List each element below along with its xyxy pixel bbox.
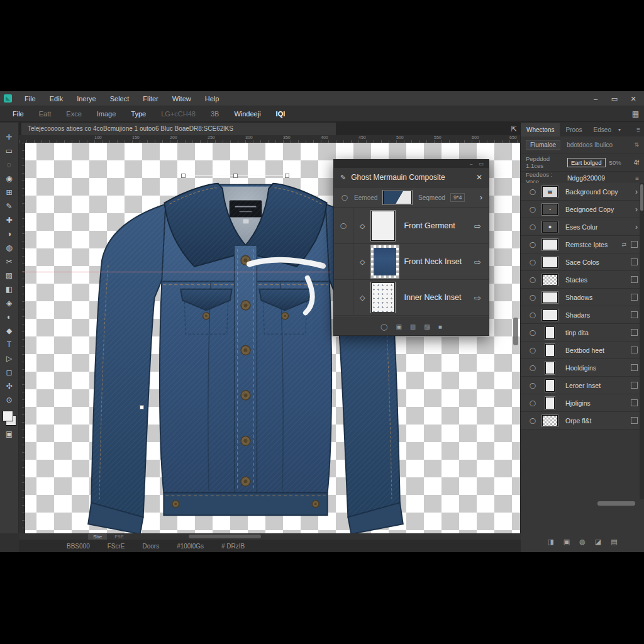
path-select-tool-icon[interactable]: ▷ [2, 352, 17, 365]
marquee-tool-icon[interactable]: ▭ [2, 144, 17, 158]
layer-checkbox[interactable] [631, 294, 638, 301]
close-button[interactable]: ✕ [624, 92, 643, 106]
layers-footer-icon-3[interactable]: ◪ [595, 538, 601, 546]
document-tab[interactable]: Telejecoooos atioes co 4coBcmujione 1 ou… [21, 123, 336, 135]
layer-thumbnail[interactable]: ✱ [542, 221, 558, 233]
layer-thumbnail[interactable] [545, 362, 555, 374]
panel-footer-icon-1[interactable]: ▣ [396, 323, 401, 330]
tab-edseo[interactable]: Edseo [588, 123, 617, 136]
layer-thumbnail[interactable] [545, 397, 555, 409]
workspace-switcher-icon[interactable]: ▦ [632, 107, 639, 121]
eye-icon[interactable]: ◯ [530, 312, 536, 318]
menu-help[interactable]: Help [198, 92, 226, 106]
panel-footer-icon-2[interactable]: ▥ [410, 323, 416, 330]
panel-close-icon[interactable]: ✕ [476, 173, 482, 182]
chevron-right-icon[interactable]: › [635, 205, 638, 214]
menu-icon[interactable]: ≡ [635, 175, 639, 182]
crop-tool-icon[interactable]: ⊞ [2, 186, 17, 199]
scrollbar-thumb[interactable] [189, 535, 261, 538]
panel-horizontal-scrollbar[interactable] [597, 501, 635, 506]
layer-row-bextbod-heet[interactable]: ◯Bextbod heet [521, 341, 644, 359]
options-item-eatt[interactable]: Eatt [31, 107, 59, 121]
selection-handle[interactable] [140, 405, 144, 409]
color-swatch[interactable] [3, 411, 16, 426]
layer-checkbox[interactable] [631, 258, 638, 265]
layer-row-eses-colur[interactable]: ◯✱Eses Colur› [521, 218, 644, 236]
layer-arrow-icon[interactable]: ⇨ [474, 221, 481, 231]
gradient-tool-icon[interactable]: ◧ [2, 282, 17, 296]
layer-thumbnail[interactable] [371, 211, 395, 241]
sort-icon[interactable]: ⇅ [634, 142, 639, 148]
options-item-windeeji[interactable]: Windeeji [226, 107, 268, 121]
panel-minimize-icon[interactable]: – [470, 160, 472, 168]
chevron-right-icon[interactable]: › [480, 193, 482, 202]
chevron-down-icon[interactable]: ▾ [618, 127, 621, 133]
options-item-iql[interactable]: IQl [269, 107, 293, 121]
layer-checkbox[interactable] [631, 241, 638, 248]
link-icon[interactable]: ⇄ [621, 242, 626, 248]
options-item-image[interactable]: Image [89, 107, 124, 121]
eyedropper-tool-icon[interactable]: ✎ [2, 199, 17, 213]
options-item-lg-cch48[interactable]: LG+cCH48 [153, 107, 203, 121]
layer-row-leroer-inset[interactable]: ◯Leroer Inset [521, 377, 644, 394]
minimize-button[interactable]: – [586, 92, 605, 106]
layer-arrow-icon[interactable]: ⇨ [474, 293, 481, 303]
layer-checkbox[interactable] [631, 417, 638, 424]
layer-row-hooldigins[interactable]: ◯Hooldigins [521, 359, 644, 377]
tab-proos[interactable]: Proos [560, 123, 587, 136]
eye-icon[interactable]: ◯ [530, 330, 536, 336]
chevron-right-icon[interactable]: › [635, 223, 638, 231]
panel-footer-icon-3[interactable]: ▨ [424, 323, 430, 330]
segment-thumbnail[interactable] [383, 191, 412, 204]
layer-thumbnail[interactable] [371, 282, 395, 313]
menu-file[interactable]: File [18, 92, 43, 106]
layer-thumbnail[interactable] [545, 326, 555, 339]
layer-row-tinp-dita[interactable]: ◯tinp dita [521, 324, 644, 341]
type-tool-icon[interactable]: T [2, 338, 17, 352]
segment-row[interactable]: ◯ Eemoed Seqmeod 9*4 › [334, 187, 489, 208]
layer-thumbnail[interactable] [542, 257, 558, 268]
eye-icon[interactable]: ◯ [340, 223, 347, 229]
layers-footer-icon-1[interactable]: ▣ [564, 538, 570, 546]
layer-thumbnail[interactable] [371, 245, 399, 278]
zoom-tool-icon[interactable]: ⊙ [2, 393, 17, 407]
layer-row-hjoligins[interactable]: ◯Hjoligins [521, 394, 644, 412]
healing-brush-tool-icon[interactable]: ✚ [2, 213, 17, 227]
layer-row-becignoed-copy[interactable]: ◯▪Becignoed Copy› [521, 201, 644, 218]
layer-row-shadows[interactable]: ◯Shadows [521, 289, 644, 306]
shape-tool-icon[interactable]: ◻ [2, 365, 17, 379]
layer-checkbox[interactable] [631, 382, 638, 389]
blend-mode-select[interactable]: Flumaloe [526, 140, 560, 150]
panel-layer-row-front-neck-inset[interactable]: ◇Front Neck Inset⇨ [334, 244, 489, 280]
panel-restore-icon[interactable]: ▭ [479, 160, 484, 168]
dodge-tool-icon[interactable]: ◐ [2, 310, 17, 324]
layers-footer-icon-2[interactable]: ◍ [579, 538, 586, 546]
eye-icon[interactable]: ◯ [530, 224, 536, 230]
tab-whectons[interactable]: Whectons [521, 123, 560, 136]
eye-icon[interactable]: ◯ [530, 189, 536, 195]
lasso-tool-icon[interactable]: ◌ [2, 158, 17, 172]
maximize-button[interactable]: ▭ [605, 92, 624, 106]
layer-thumbnail[interactable] [542, 309, 558, 321]
quick-selection-tool-icon[interactable]: ◉ [2, 172, 17, 186]
layer-row-remstce-iptes[interactable]: ◯Remstce Iptes⇄ [521, 236, 644, 253]
menu-inerye[interactable]: Inerye [70, 92, 103, 106]
options-item-file[interactable]: File [5, 107, 31, 121]
layer-row-shadars[interactable]: ◯Shadars [521, 306, 644, 324]
layer-row-sace-colos[interactable]: ◯Sace Colos [521, 253, 644, 271]
layer-thumbnail[interactable] [542, 292, 558, 303]
hand-tool-icon[interactable]: ✣ [2, 379, 17, 393]
panel-titlebar[interactable]: – ▭ [334, 160, 489, 168]
layer-thumbnail[interactable] [545, 344, 555, 357]
lock-buttons[interactable]: 4f [634, 159, 639, 166]
options-item-exce[interactable]: Exce [58, 107, 89, 121]
layer-thumbnail[interactable] [542, 274, 558, 286]
blend-mode-value[interactable]: bdotdoos Ibulico [567, 142, 634, 148]
layer-checkbox[interactable] [631, 329, 638, 336]
menu-witew[interactable]: Witew [165, 92, 198, 106]
options-item-type[interactable]: Type [123, 107, 153, 121]
canvas-vertical-scrollbar[interactable] [513, 318, 518, 345]
eye-icon[interactable]: ◯ [530, 418, 536, 424]
layer-checkbox[interactable] [631, 311, 638, 318]
eye-icon[interactable]: ◯ [530, 259, 536, 265]
